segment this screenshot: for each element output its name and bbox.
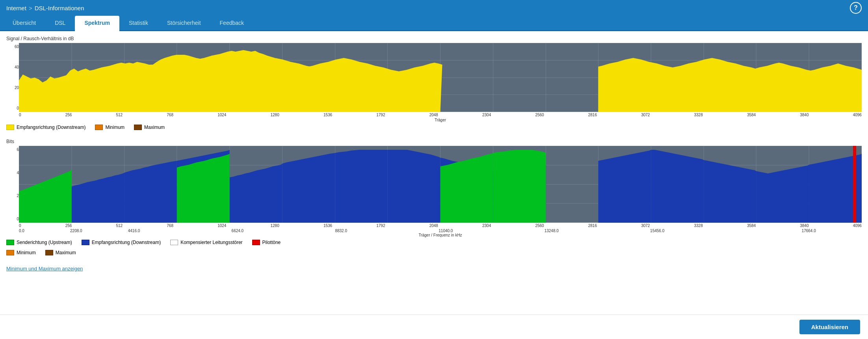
svg-rect-66 (853, 146, 856, 223)
legend-downstream-label: Empfangsrichtung (Downstream) (17, 125, 85, 130)
tab-storsicherheit[interactable]: Störsicherheit (158, 16, 210, 31)
tab-ubersicht[interactable]: Übersicht (3, 16, 45, 31)
legend-maximum2-label: Maximum (56, 250, 76, 255)
legend-kompensiert-label: Kompensierter Leitungsstörer (180, 240, 242, 245)
chart2-svg (19, 146, 862, 223)
legend-pilotone-label: Pilottöne (262, 240, 281, 245)
chart1-inner (19, 43, 862, 112)
legend-maximum: Maximum (134, 125, 165, 130)
header-bar: Internet > DSL-Informationen ? (0, 0, 868, 16)
chart2-x-axis: 0 256 512 768 1024 1280 1536 1792 2048 2… (19, 223, 862, 237)
legend-downstream-2: Empfangsrichtung (Downstream) (82, 240, 161, 245)
update-button[interactable]: Aktualisieren (799, 320, 860, 334)
tab-dsl[interactable]: DSL (45, 16, 75, 31)
legend-dark-orange-box (134, 125, 142, 130)
chart1-legend: Empfangsrichtung (Downstream) Minimum Ma… (6, 122, 862, 132)
chart2-inner (19, 146, 862, 223)
chart1-y-axis: 60 40 20 0 (6, 43, 19, 112)
legend-kompensiert: Kompensierter Leitungsstörer (170, 240, 242, 245)
chart1-label: Signal / Rausch-Verhältnis in dB (6, 36, 862, 41)
legend-green-box (6, 240, 14, 245)
breadcrumb-part2: DSL-Informationen (35, 5, 84, 11)
tab-spektrum[interactable]: Spektrum (75, 16, 119, 31)
legend-minimum2-label: Minimum (17, 250, 36, 255)
svg-marker-58 (651, 150, 704, 223)
legend-red-box (252, 240, 260, 245)
breadcrumb-part1: Internet (6, 5, 26, 11)
chart2-x-title: Träger / Frequenz in kHz (19, 233, 862, 237)
bottom-bar: Aktualisieren (0, 315, 868, 339)
legend-upstream-label: Senderichtung (Upstream) (17, 240, 72, 245)
breadcrumb-separator: > (29, 5, 32, 11)
legend-blue-box (82, 240, 89, 245)
legend-orange-box (95, 125, 103, 130)
svg-marker-60 (756, 165, 809, 223)
chart2-legend-row1: Senderichtung (Upstream) Empfangsrichtun… (6, 237, 862, 248)
legend-minimum-label: Minimum (105, 125, 125, 130)
legend-downstream2-label: Empfangsrichtung (Downstream) (92, 240, 161, 245)
chart1-x-title: Träger (19, 118, 862, 122)
legend-upstream: Senderichtung (Upstream) (6, 240, 72, 245)
svg-marker-52 (283, 153, 335, 223)
content-area: Signal / Rausch-Verhältnis in dB 60 40 2… (0, 31, 868, 337)
legend-orange2-box (6, 250, 14, 255)
chart2-legend-row2: Minimum Maximum (6, 248, 862, 258)
breadcrumb: Internet > DSL-Informationen (6, 5, 84, 11)
tab-feedback[interactable]: Feedback (210, 16, 253, 31)
legend-yellow-box (6, 125, 14, 130)
legend-minimum: Minimum (95, 125, 125, 130)
tab-bar: Übersicht DSL Spektrum Statistik Störsic… (0, 16, 868, 31)
svg-marker-59 (704, 160, 756, 223)
chart2-label: Bits (6, 139, 862, 144)
chart1-svg (19, 43, 862, 112)
tab-statistik[interactable]: Statistik (119, 16, 158, 31)
svg-marker-57 (598, 150, 651, 223)
svg-marker-53 (335, 150, 388, 223)
legend-pilotone: Pilottöne (252, 240, 281, 245)
chart1-section: Signal / Rausch-Verhältnis in dB 60 40 2… (6, 36, 862, 132)
legend-minimum-2: Minimum (6, 250, 36, 255)
chart2-wrapper: 6 4 2 0 (6, 146, 862, 223)
legend-maximum-2: Maximum (45, 250, 76, 255)
chart1-wrapper: 60 40 20 0 (6, 43, 862, 112)
svg-marker-65 (493, 150, 546, 223)
svg-marker-54 (388, 150, 441, 223)
legend-white-box (170, 240, 178, 245)
legend-brown-box (45, 250, 53, 255)
chart2-y-axis: 6 4 2 0 (6, 146, 19, 223)
chart2-section: Bits 6 4 2 0 (6, 139, 862, 258)
legend-maximum-label: Maximum (144, 125, 165, 130)
help-button[interactable]: ? (850, 2, 862, 14)
minmax-link[interactable]: Minimum und Maximum anzeigen (6, 264, 83, 273)
legend-downstream: Empfangsrichtung (Downstream) (6, 125, 85, 130)
